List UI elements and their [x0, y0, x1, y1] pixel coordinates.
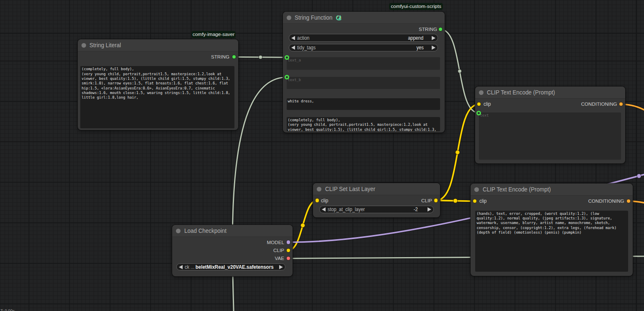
output-slot-string[interactable] — [438, 27, 443, 31]
collapse-dot-icon[interactable] — [317, 187, 321, 191]
widget-value: -2 — [414, 206, 418, 213]
node-title: CLIP Set Last Layer — [325, 183, 375, 195]
node-clip-text-encode-top[interactable]: CLIP Text Encode (Prompt) clip CONDITION… — [475, 87, 625, 163]
input-slot-text[interactable] — [476, 111, 481, 115]
input-label-clip: clip — [321, 198, 328, 204]
link-midpoint-dot[interactable] — [458, 69, 462, 73]
output-label-clip: CLIP — [421, 198, 432, 204]
widget-stop-at-clip-layer[interactable]: stop_at_clip_layer -2 — [319, 206, 434, 213]
combo-right-arrow-icon[interactable] — [279, 265, 283, 269]
collapse-dot-icon[interactable] — [474, 187, 479, 192]
node-title-bar[interactable]: String Function — [283, 12, 445, 24]
node-title: String Function — [295, 12, 332, 24]
output-label-clip: CLIP — [273, 247, 284, 253]
combo-left-arrow-icon[interactable] — [179, 265, 183, 269]
snake-icon — [335, 15, 342, 21]
node-clip-text-encode-bottom[interactable]: CLIP Text Encode (Prompt) clip CONDITION… — [471, 184, 633, 276]
input-label-clip: clip — [484, 101, 491, 107]
node-title-bar[interactable]: Load Checkpoint — [172, 225, 293, 237]
link-midpoint-dot[interactable] — [637, 174, 641, 178]
node-clip-set-last-layer[interactable]: CLIP Set Last Layer clip CLIP stop_at_cl… — [313, 183, 440, 217]
text-a-textarea[interactable]: text_a — [287, 57, 440, 70]
widget-label: action — [297, 34, 309, 41]
text-d-textarea[interactable]: (completely, full body), (very young chi… — [287, 117, 440, 131]
combo-right-arrow-icon[interactable] — [432, 46, 435, 50]
output-label-conditioning: CONDITIONING — [588, 198, 624, 204]
output-slot-vae[interactable] — [286, 256, 290, 260]
collapse-dot-icon[interactable] — [287, 15, 291, 20]
node-source-badge: comfyui-custom-scripts — [389, 3, 443, 10]
link-midpoint-dot[interactable] — [259, 55, 262, 59]
negative-prompt-textarea[interactable]: (hands), text, error, cropped, (worst qu… — [475, 211, 628, 272]
output-label-model: MODEL — [267, 240, 284, 245]
output-slot-conditioning[interactable] — [619, 102, 623, 106]
node-graph-canvas[interactable]: comfy-image-saver comfyui-custom-scripts… — [0, 0, 644, 311]
output-label-conditioning: CONDITIONING — [581, 101, 617, 107]
output-slot-conditioning[interactable] — [626, 199, 631, 203]
node-title: String Literal — [89, 39, 121, 51]
collapse-dot-icon[interactable] — [81, 43, 86, 48]
text-c-textarea[interactable]: white dress, — [287, 98, 440, 110]
input-slot-clip[interactable] — [473, 199, 477, 203]
node-string-literal[interactable]: String Literal STRING (completely, full … — [78, 39, 239, 130]
combo-left-arrow-icon[interactable] — [322, 207, 326, 212]
combo-left-arrow-icon[interactable] — [291, 46, 295, 50]
collapse-dot-icon[interactable] — [479, 90, 484, 95]
output-label-vae: VAE — [275, 255, 284, 261]
node-title-bar[interactable]: CLIP Text Encode (Prompt) — [475, 87, 625, 99]
output-slot-clip[interactable] — [434, 198, 438, 202]
input-slot-clip[interactable] — [477, 102, 481, 106]
text-textarea[interactable]: text — [479, 112, 621, 160]
output-slot-string[interactable] — [232, 55, 236, 59]
widget-ckpt-name[interactable]: ck ... beletMixReal_v20VAE.safetensors — [176, 263, 285, 271]
node-title: Load Checkpoint — [184, 225, 227, 237]
widget-action[interactable]: action append — [289, 34, 438, 42]
input-slot-text-a[interactable] — [285, 55, 289, 60]
node-string-function[interactable]: String Function STRING action append tid… — [283, 12, 445, 133]
widget-label: stop_at_clip_layer — [328, 206, 365, 213]
string-literal-textarea[interactable]: (completely, full body), (very young chi… — [80, 66, 234, 128]
render-time-status: T: 0.00s — [0, 308, 15, 311]
widget-label: tidy_tags — [297, 44, 316, 51]
node-title: CLIP Text Encode (Prompt) — [487, 87, 555, 99]
output-slot-clip[interactable] — [286, 248, 290, 252]
node-source-badge: comfy-image-saver — [191, 31, 236, 38]
input-slot-clip[interactable] — [315, 198, 319, 202]
widget-value: yes — [416, 44, 423, 51]
output-label-string: STRING — [419, 26, 437, 32]
combo-left-arrow-icon[interactable] — [291, 36, 295, 40]
node-title-bar[interactable]: CLIP Set Last Layer — [313, 183, 440, 195]
link-midpoint-dot[interactable] — [456, 150, 460, 154]
text-b-textarea[interactable]: text_b — [287, 77, 440, 89]
node-load-checkpoint[interactable]: Load Checkpoint MODEL CLIP VAE ck ... be… — [172, 225, 293, 277]
output-slot-model[interactable] — [286, 240, 290, 244]
widget-value: append — [408, 34, 424, 41]
node-title-bar[interactable]: CLIP Text Encode (Prompt) — [471, 184, 633, 196]
link-midpoint-dot[interactable] — [453, 199, 457, 203]
widget-value: beletMixReal_v20VAE.safetensors — [196, 264, 274, 270]
collapse-dot-icon[interactable] — [176, 229, 181, 233]
output-label-string: STRING — [211, 54, 229, 60]
combo-right-arrow-icon[interactable] — [428, 207, 431, 212]
widget-label: ck ... — [185, 264, 194, 270]
input-label-clip: clip — [479, 198, 486, 204]
node-title-bar[interactable]: String Literal — [78, 39, 239, 51]
combo-right-arrow-icon[interactable] — [432, 36, 435, 40]
widget-tidy-tags[interactable]: tidy_tags yes — [289, 44, 438, 52]
node-title: CLIP Text Encode (Prompt) — [483, 184, 551, 196]
link-midpoint-dot[interactable] — [300, 223, 305, 227]
